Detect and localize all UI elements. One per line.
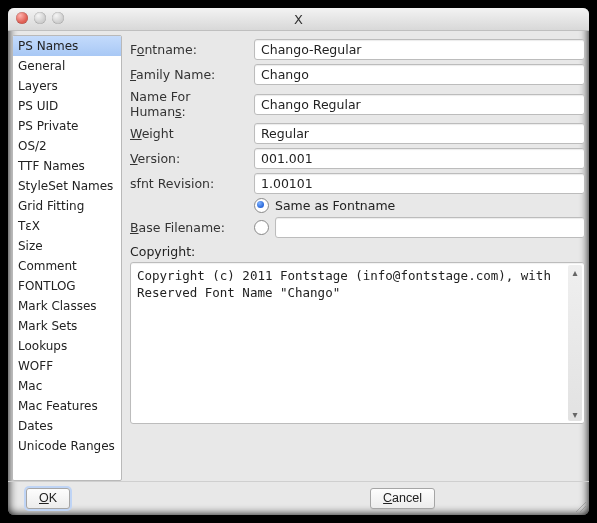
sidebar-item-lookups[interactable]: Lookups (13, 336, 121, 356)
sidebar-item-ps-private[interactable]: PS Private (13, 116, 121, 136)
resize-grip-icon[interactable] (573, 499, 587, 513)
cancel-label: ancel (392, 491, 422, 505)
name-for-humans-label: Name For Humans: (130, 89, 248, 119)
sidebar-item-comment[interactable]: Comment (13, 256, 121, 276)
sidebar-item-styleset-names[interactable]: StyleSet Names (13, 176, 121, 196)
titlebar[interactable]: X (8, 8, 589, 31)
sidebar-item-unicode-ranges[interactable]: Unicode Ranges (13, 436, 121, 456)
scroll-down-icon[interactable]: ▾ (568, 407, 582, 421)
fontname-label: Fontname: (130, 42, 248, 57)
sidebar-item-general[interactable]: General (13, 56, 121, 76)
form-panel: Fontname: Family Name: Name For Humans: … (130, 35, 587, 481)
content-area: PS Names General Layers PS UID PS Privat… (8, 31, 589, 481)
sfnt-revision-field[interactable] (254, 173, 585, 194)
sidebar: PS Names General Layers PS UID PS Privat… (12, 35, 122, 481)
window-title: X (294, 12, 303, 27)
sidebar-item-mac-features[interactable]: Mac Features (13, 396, 121, 416)
family-name-label: Family Name: (130, 67, 248, 82)
name-for-humans-field[interactable] (254, 94, 585, 115)
sidebar-item-layers[interactable]: Layers (13, 76, 121, 96)
same-as-fontname-radio[interactable] (254, 198, 269, 213)
sidebar-item-fontlog[interactable]: FONTLOG (13, 276, 121, 296)
sidebar-item-grid-fitting[interactable]: Grid Fitting (13, 196, 121, 216)
dialog-window: X PS Names General Layers PS UID PS Priv… (8, 8, 589, 515)
scroll-up-icon[interactable]: ▴ (568, 265, 582, 279)
sidebar-item-tex[interactable]: TεX (13, 216, 121, 236)
sidebar-item-mark-sets[interactable]: Mark Sets (13, 316, 121, 336)
scrollbar[interactable]: ▴ ▾ (568, 265, 582, 421)
zoom-icon[interactable] (52, 12, 64, 24)
sidebar-item-ps-names[interactable]: PS Names (13, 36, 121, 56)
same-as-fontname-label: Same as Fontname (275, 198, 395, 213)
sidebar-item-mac[interactable]: Mac (13, 376, 121, 396)
weight-label: Weight (130, 126, 248, 141)
sidebar-item-os2[interactable]: OS/2 (13, 136, 121, 156)
family-name-field[interactable] (254, 64, 585, 85)
sidebar-item-size[interactable]: Size (13, 236, 121, 256)
version-label: Version: (130, 151, 248, 166)
ok-button[interactable]: OK (26, 488, 70, 509)
copyright-area: ▴ ▾ (130, 262, 585, 424)
traffic-lights (16, 12, 64, 24)
cancel-button[interactable]: Cancel (370, 488, 435, 509)
sidebar-item-dates[interactable]: Dates (13, 416, 121, 436)
copyright-label: Copyright: (130, 244, 585, 259)
sidebar-item-ps-uid[interactable]: PS UID (13, 96, 121, 116)
custom-filename-radio[interactable] (254, 220, 269, 235)
ok-label: K (49, 491, 57, 505)
base-filename-field[interactable] (275, 217, 585, 238)
fontname-field[interactable] (254, 39, 585, 60)
base-filename-label: Base Filename: (130, 220, 248, 235)
weight-field[interactable] (254, 123, 585, 144)
minimize-icon[interactable] (34, 12, 46, 24)
copyright-field[interactable] (135, 266, 570, 424)
close-icon[interactable] (16, 12, 28, 24)
sidebar-item-mark-classes[interactable]: Mark Classes (13, 296, 121, 316)
footer: OK Cancel (8, 481, 589, 515)
sidebar-item-ttf-names[interactable]: TTF Names (13, 156, 121, 176)
version-field[interactable] (254, 148, 585, 169)
sfnt-revision-label: sfnt Revision: (130, 176, 248, 191)
sidebar-item-woff[interactable]: WOFF (13, 356, 121, 376)
